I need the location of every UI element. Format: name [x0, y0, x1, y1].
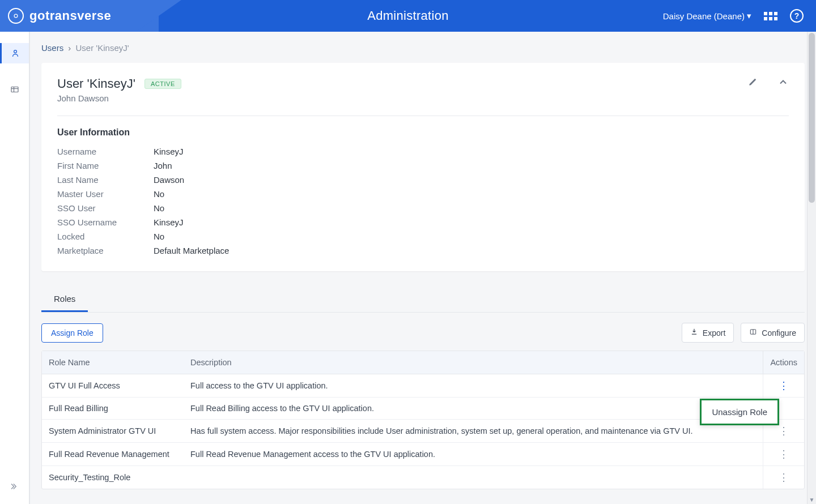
apps-grid-icon[interactable]	[764, 12, 777, 20]
label-master-user: Master User	[57, 189, 154, 199]
current-user-label: Daisy Deane (Deane)	[663, 11, 745, 21]
label-first-name: First Name	[57, 161, 154, 170]
row-actions-menu[interactable]: ⋮	[779, 472, 789, 482]
user-full-name: John Dawson	[57, 93, 181, 103]
cell-description: Has full system access. Major responsibi…	[184, 420, 763, 443]
cell-description	[184, 466, 763, 489]
cell-description: Full Read Revenue Management access to t…	[184, 443, 763, 466]
value-sso-user: No	[154, 203, 789, 213]
cell-role-name: Full Read Billing	[42, 398, 184, 420]
collapse-icon[interactable]	[777, 76, 789, 90]
value-marketplace: Default Marketplace	[154, 246, 789, 255]
svg-rect-2	[11, 87, 18, 92]
col-description[interactable]: Description	[184, 351, 763, 374]
label-last-name: Last Name	[57, 175, 154, 185]
col-actions: Actions	[763, 351, 804, 374]
cell-description: Full Read Billing access to the GTV UI a…	[184, 398, 763, 420]
assign-role-button[interactable]: Assign Role	[41, 323, 103, 343]
cell-role-name: Full Read Revenue Management	[42, 443, 184, 466]
roles-toolbar: Assign Role Export Configure	[41, 323, 805, 343]
cell-role-name: GTV UI Full Access	[42, 374, 184, 398]
table-row: Security_Testing_Role ⋮	[42, 466, 804, 489]
table-row: Full Read Billing Full Read Billing acce…	[42, 398, 804, 420]
table-row: GTV UI Full Access Full access to the GT…	[42, 374, 804, 398]
expand-sidebar-icon[interactable]	[10, 481, 20, 494]
value-username: KinseyJ	[154, 147, 789, 156]
scroll-down-icon[interactable]: ▼	[808, 495, 816, 504]
chevron-right-icon: ›	[68, 43, 71, 53]
tabs: Roles	[41, 286, 805, 313]
row-actions-menu[interactable]: ⋮	[779, 449, 789, 459]
user-icon	[10, 48, 20, 58]
sidebar-item-tables[interactable]	[0, 79, 29, 100]
status-badge: ACTIVE	[144, 79, 181, 89]
brand-logo-icon	[8, 8, 24, 24]
user-details-card: User 'KinseyJ' ACTIVE John Dawson	[41, 63, 805, 271]
page-title: User 'KinseyJ'	[57, 76, 135, 91]
row-actions-menu[interactable]: ⋮	[779, 381, 789, 391]
breadcrumb-current: User 'KinseyJ'	[76, 43, 129, 53]
label-username: Username	[57, 147, 154, 156]
svg-point-0	[14, 14, 18, 18]
help-icon[interactable]: ?	[790, 9, 804, 23]
table-icon	[10, 84, 20, 95]
cell-role-name: System Administrator GTV UI	[42, 420, 184, 443]
cell-description: Full access to the GTV UI application.	[184, 374, 763, 398]
value-sso-username: KinseyJ	[154, 217, 789, 227]
value-master-user: No	[154, 189, 789, 199]
header-accent-diagonal	[136, 0, 181, 32]
brand-text: gotransverse	[29, 8, 111, 23]
app-header: gotransverse Administration Daisy Deane …	[0, 0, 816, 32]
roles-table: Role Name Description Actions GTV UI Ful…	[42, 351, 804, 489]
label-marketplace: Marketplace	[57, 246, 154, 255]
user-info-fields: Username KinseyJ First Name John Last Na…	[57, 147, 789, 255]
label-locked: Locked	[57, 232, 154, 241]
left-sidebar	[0, 32, 29, 504]
sidebar-item-users[interactable]	[0, 43, 29, 63]
export-label: Export	[703, 328, 725, 338]
label-sso-user: SSO User	[57, 203, 154, 213]
value-last-name: Dawson	[154, 175, 789, 185]
cell-role-name: Security_Testing_Role	[42, 466, 184, 489]
current-user-menu[interactable]: Daisy Deane (Deane) ▾	[663, 11, 751, 21]
svg-point-1	[14, 50, 17, 53]
table-row: Full Read Revenue Management Full Read R…	[42, 443, 804, 466]
section-title-user-info: User Information	[57, 127, 789, 138]
value-first-name: John	[154, 161, 789, 170]
export-button[interactable]: Export	[682, 323, 734, 343]
chevron-down-icon: ▾	[747, 11, 751, 21]
breadcrumb-root[interactable]: Users	[41, 43, 63, 53]
brand-area[interactable]: gotransverse	[0, 8, 111, 24]
columns-icon	[749, 328, 757, 338]
configure-button[interactable]: Configure	[741, 323, 805, 343]
configure-label: Configure	[762, 328, 796, 338]
col-role-name[interactable]: Role Name	[42, 351, 184, 374]
roles-table-wrap: Role Name Description Actions GTV UI Ful…	[41, 351, 805, 489]
label-sso-username: SSO Username	[57, 217, 154, 227]
value-locked: No	[154, 232, 789, 241]
download-icon	[690, 328, 698, 338]
edit-icon[interactable]	[748, 76, 758, 90]
page-header-title: Administration	[367, 8, 449, 23]
scrollbar-thumb[interactable]	[809, 33, 815, 203]
unassign-role-menu-item[interactable]: Unassign Role	[700, 399, 779, 425]
scrollbar-vertical[interactable]: ▲ ▼	[807, 32, 816, 504]
breadcrumb: Users › User 'KinseyJ'	[30, 32, 816, 59]
tab-roles[interactable]: Roles	[41, 286, 88, 312]
row-actions-menu[interactable]: ⋮	[779, 426, 789, 436]
divider	[57, 116, 789, 116]
table-row: System Administrator GTV UI Has full sys…	[42, 420, 804, 443]
